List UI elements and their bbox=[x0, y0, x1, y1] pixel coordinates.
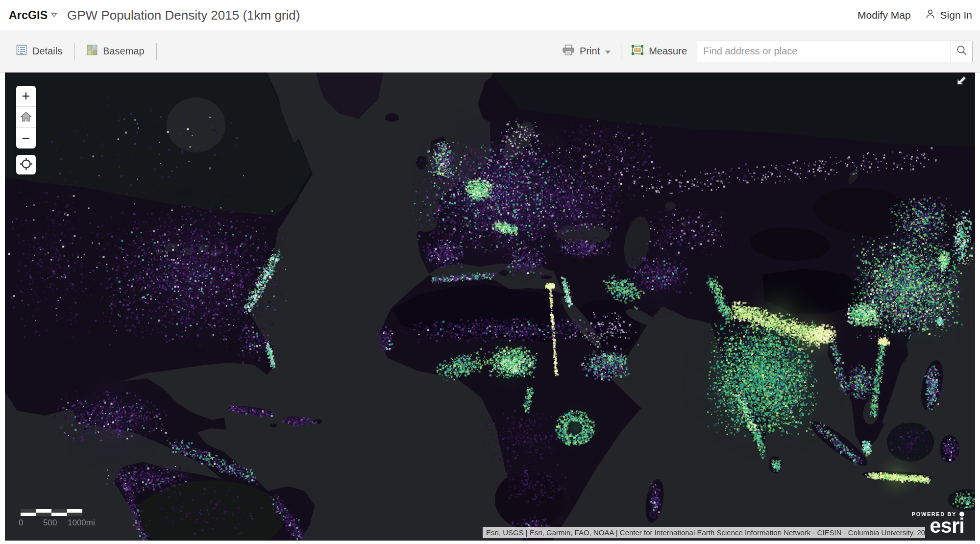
page-title: GPW Population Density 2015 (1km grid) bbox=[67, 0, 300, 30]
arrow-southwest-icon bbox=[956, 74, 968, 88]
zoom-out-button[interactable]: − bbox=[16, 127, 36, 148]
basemap-icon bbox=[86, 44, 98, 58]
basemap-label: Basemap bbox=[103, 46, 145, 57]
map-viewport: + − 0 500 1000mi Esri, USGS | Esri, Garm bbox=[5, 73, 975, 541]
print-label: Print bbox=[580, 46, 600, 57]
scale-tick-start: 0 bbox=[19, 518, 23, 528]
scale-bar-row-bottom bbox=[21, 513, 82, 516]
toolbar-separator bbox=[74, 43, 74, 60]
map-attribution: Esri, USGS | Esri, Garmin, FAO, NOAA | C… bbox=[483, 527, 925, 538]
zoom-in-button[interactable]: + bbox=[16, 86, 36, 106]
header-actions: Modify Map Sign In bbox=[858, 0, 972, 30]
measure-icon bbox=[631, 44, 644, 58]
scale-bar-row-top bbox=[21, 509, 82, 513]
locate-icon bbox=[20, 157, 33, 173]
collapse-map-button[interactable] bbox=[956, 74, 968, 87]
map-canvas[interactable] bbox=[5, 73, 975, 541]
chevron-down-icon bbox=[51, 11, 57, 20]
search-box bbox=[697, 41, 973, 62]
scale-bar-labels: 0 500 1000mi bbox=[21, 518, 82, 528]
app-header: ArcGIS GPW Population Density 2015 (1km … bbox=[0, 0, 980, 30]
esri-logo[interactable]: POWERED BY esri bbox=[912, 511, 964, 536]
sign-in-link[interactable]: Sign In bbox=[925, 8, 972, 22]
scale-bar: 0 500 1000mi bbox=[21, 509, 82, 528]
locate-button[interactable] bbox=[16, 155, 36, 174]
toolbar-right-group: Print Measure bbox=[562, 30, 973, 72]
details-label: Details bbox=[32, 46, 62, 57]
modify-map-link[interactable]: Modify Map bbox=[858, 9, 911, 21]
details-button[interactable]: Details bbox=[16, 44, 62, 58]
print-icon bbox=[562, 44, 575, 58]
caret-down-icon bbox=[605, 46, 611, 57]
zoom-control: + − bbox=[16, 86, 36, 148]
arcgis-app-switcher[interactable]: ArcGIS bbox=[9, 0, 57, 30]
toolbar-separator bbox=[621, 43, 621, 60]
details-icon bbox=[16, 44, 27, 58]
basemap-button[interactable]: Basemap bbox=[86, 44, 145, 58]
home-icon bbox=[20, 110, 32, 124]
sign-in-label: Sign In bbox=[940, 9, 972, 21]
search-input[interactable] bbox=[697, 41, 951, 62]
measure-button[interactable]: Measure bbox=[631, 44, 687, 58]
toolbar-left-group: Details Basemap bbox=[16, 30, 157, 72]
arcgis-logo: ArcGIS bbox=[9, 9, 48, 22]
search-button[interactable] bbox=[951, 41, 972, 62]
print-button[interactable]: Print bbox=[562, 44, 611, 58]
scale-tick-mid: 500 bbox=[43, 518, 57, 528]
toolbar-separator bbox=[156, 43, 157, 60]
esri-wordmark: esri bbox=[912, 516, 964, 536]
map-toolbar: Details Basemap Print Measure bbox=[0, 30, 980, 73]
home-button[interactable] bbox=[16, 106, 36, 127]
user-icon bbox=[925, 8, 936, 22]
scale-tick-end: 1000mi bbox=[68, 518, 95, 528]
search-icon bbox=[956, 44, 968, 58]
measure-label: Measure bbox=[649, 46, 687, 57]
